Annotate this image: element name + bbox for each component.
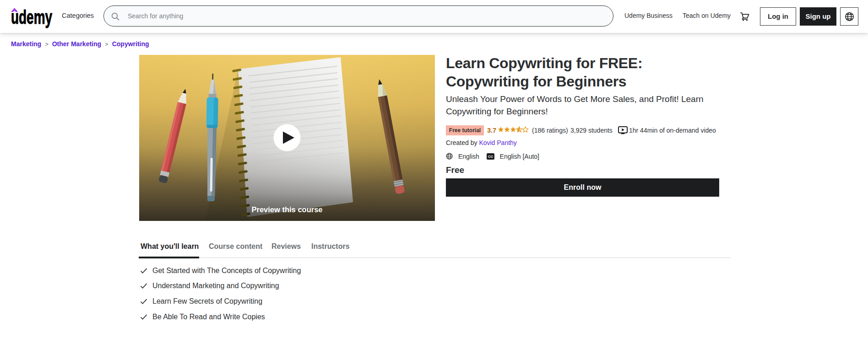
svg-text:CC: CC bbox=[488, 155, 493, 159]
svg-text:udemy: udemy bbox=[11, 6, 52, 28]
svg-text:Preview this course: Preview this course bbox=[252, 205, 323, 214]
